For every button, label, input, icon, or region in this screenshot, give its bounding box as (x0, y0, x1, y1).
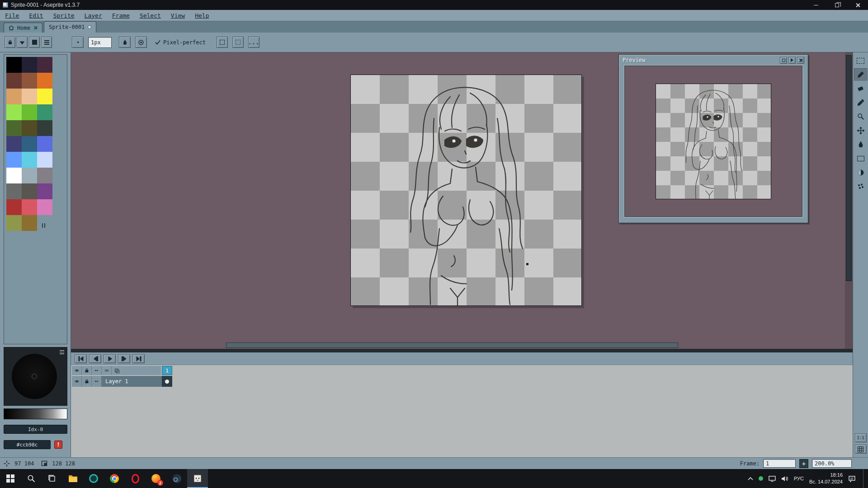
more-options-button[interactable]: ... (248, 37, 259, 48)
ink-type-button[interactable] (119, 37, 131, 48)
chrome-button[interactable] (104, 469, 125, 488)
preview-center-button[interactable] (780, 57, 787, 64)
palette-lock-button[interactable] (5, 37, 15, 48)
tab-home-close-icon[interactable] (33, 26, 38, 30)
palette-swatch-13[interactable] (22, 120, 37, 136)
palette-swatch-25[interactable] (22, 183, 37, 199)
opera-button[interactable] (125, 469, 146, 488)
action-center-icon[interactable] (848, 475, 856, 482)
brush-type-button[interactable] (72, 37, 84, 48)
paint-bucket-tool[interactable] (854, 138, 868, 151)
horizontal-scrollbar-thumb[interactable] (226, 343, 678, 348)
palette-swatch-7[interactable] (22, 89, 37, 104)
shade-bar[interactable] (4, 408, 67, 419)
palette-swatch-10[interactable] (22, 104, 37, 120)
orange-browser-button[interactable]: 2 (146, 469, 166, 488)
palette-swatch-27[interactable] (6, 199, 22, 215)
pixel-perfect-checkbox[interactable]: Pixel-perfect (155, 39, 206, 46)
tray-status-icon[interactable] (759, 476, 763, 481)
palette-swatch-18[interactable] (6, 152, 22, 168)
zoom-tool[interactable] (854, 110, 868, 123)
minimize-button[interactable] (806, 0, 826, 10)
palette-swatch-14[interactable] (37, 120, 52, 136)
palette-swatch-9[interactable] (6, 104, 22, 120)
frame-input[interactable]: 1 (763, 459, 796, 468)
toggle-continuous-column[interactable] (92, 366, 102, 375)
cel-frame-1[interactable] (162, 376, 172, 387)
tab-sprite-0001[interactable]: Sprite-0001 (44, 21, 96, 33)
close-button[interactable] (847, 0, 868, 10)
next-frame-button[interactable] (118, 354, 130, 363)
symmetry-horizontal-button[interactable] (217, 37, 228, 48)
clock[interactable]: 18:16 Вс. 14.07.2024 (809, 472, 843, 485)
palette-swatch-3[interactable] (6, 73, 22, 89)
eraser-tool[interactable] (854, 82, 868, 95)
display-network-icon[interactable] (769, 476, 776, 482)
menu-file[interactable]: File (0, 10, 24, 21)
menu-view[interactable]: View (166, 10, 190, 21)
search-button[interactable] (21, 469, 42, 488)
play-button[interactable] (104, 354, 116, 363)
grid-toggle-button[interactable] (855, 445, 867, 454)
palette-swatch-23[interactable] (37, 168, 52, 183)
palette-swatch-12[interactable] (6, 120, 22, 136)
zoom-input[interactable]: 200.0% (812, 459, 852, 468)
palette-swatch-22[interactable] (22, 168, 37, 183)
vertical-scrollbar-thumb[interactable] (846, 55, 852, 281)
layer-lock-toggle[interactable] (82, 376, 92, 387)
palette-swatch-0[interactable] (6, 57, 22, 73)
preview-titlebar[interactable]: Preview (619, 55, 808, 66)
palette-swatch-5[interactable] (37, 73, 52, 89)
maximize-button[interactable] (826, 0, 847, 10)
app-teal-ring-button[interactable] (83, 469, 104, 488)
new-frame-button[interactable]: + (799, 459, 808, 468)
task-view-button[interactable] (42, 469, 62, 488)
menu-edit[interactable]: Edit (24, 10, 48, 21)
color-wheel-options-icon[interactable] (60, 350, 64, 354)
layer-name[interactable]: Layer 1 (102, 376, 162, 387)
menu-layer[interactable]: Layer (80, 10, 107, 21)
move-tool[interactable] (854, 124, 868, 137)
hex-color-field[interactable]: #ccb98c (4, 440, 51, 449)
previous-frame-button[interactable] (89, 354, 101, 363)
aseprite-taskbar-button[interactable] (187, 469, 208, 488)
toggle-lock-column[interactable] (82, 366, 92, 375)
layer-continuous-toggle[interactable] (92, 376, 102, 387)
palette-swatch-26[interactable] (37, 183, 52, 199)
frame-header-1[interactable]: 1 (162, 366, 172, 375)
palette-swatch-21[interactable] (6, 168, 22, 183)
palette-swatch-4[interactable] (22, 73, 37, 89)
symmetry-vertical-button[interactable] (232, 37, 244, 48)
jumble-tool[interactable] (854, 180, 868, 193)
eyedropper-tool[interactable] (854, 96, 868, 109)
palette-swatch-2[interactable] (37, 57, 52, 73)
rectangular-marquee-tool[interactable] (854, 54, 868, 67)
brush-size-input[interactable]: 1px (88, 37, 112, 48)
palette-swatch-28[interactable] (22, 199, 37, 215)
palette-swatch-16[interactable] (22, 136, 37, 152)
start-button[interactable] (0, 469, 21, 488)
language-indicator[interactable]: РУС (794, 476, 804, 481)
palette-swatch-11[interactable] (37, 104, 52, 120)
pixel-ratio-button[interactable]: 1:1 (855, 433, 867, 442)
tab-home[interactable]: Home (4, 23, 42, 33)
palette-options-button[interactable] (41, 37, 52, 48)
palette-sort-button[interactable] (17, 37, 28, 48)
volume-icon[interactable] (781, 476, 788, 482)
palette-swatch-17[interactable] (37, 136, 52, 152)
color-warning-badge[interactable]: ! (54, 441, 62, 449)
palette-presets-button[interactable] (29, 37, 40, 48)
gradient-tool[interactable] (854, 166, 868, 179)
menu-help[interactable]: Help (190, 10, 214, 21)
palette-swatch-24[interactable] (6, 183, 22, 199)
layer-visibility-toggle[interactable] (72, 376, 82, 387)
toggle-link-column[interactable] (102, 366, 112, 375)
palette-swatch-15[interactable] (6, 136, 22, 152)
pencil-tool[interactable] (854, 68, 868, 81)
palette-swatch-29[interactable] (37, 199, 52, 215)
last-frame-button[interactable] (132, 354, 145, 363)
palette-swatch-1[interactable] (22, 57, 37, 73)
preview-close-button[interactable] (797, 57, 804, 64)
canvas-viewport[interactable]: Preview (71, 52, 853, 352)
show-desktop-button[interactable] (863, 469, 865, 488)
